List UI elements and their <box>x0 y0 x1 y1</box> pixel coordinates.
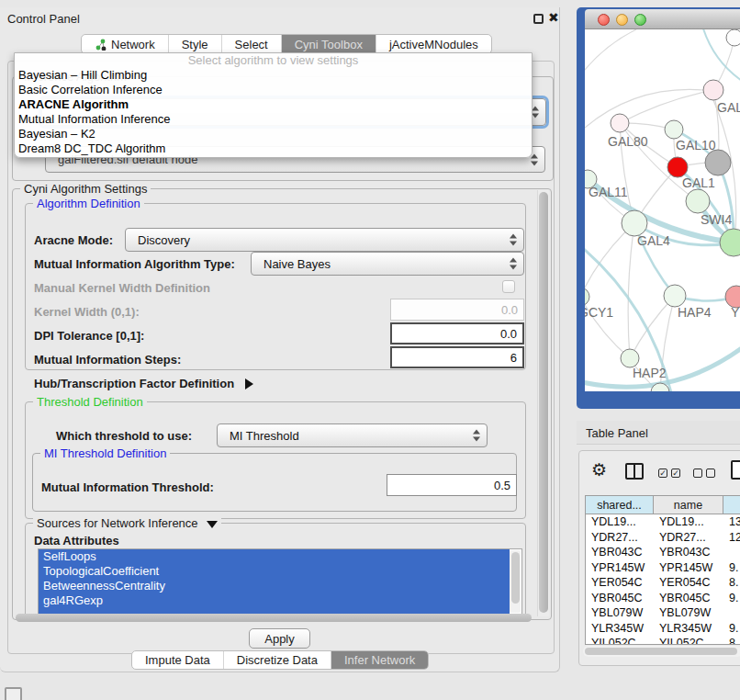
close-panel-icon[interactable]: ✖ <box>548 10 559 25</box>
attributes-scrollbar[interactable] <box>510 550 521 613</box>
table-row[interactable]: YBL079WYBL079W <box>586 605 740 621</box>
column-header-3[interactable]: A <box>723 496 740 514</box>
table-panel-titlebar: Table Panel <box>577 421 740 445</box>
gear-icon[interactable]: ⚙ <box>591 459 607 481</box>
threshold-definition-title: Threshold Definition <box>33 395 147 409</box>
network-edge[interactable] <box>620 90 713 123</box>
apply-button[interactable]: Apply <box>249 628 310 649</box>
attribute-item[interactable]: gal4RGexp <box>39 593 510 608</box>
table-row[interactable]: YDR27...YDR27...12 <box>586 530 740 546</box>
table-row[interactable]: YLR345WYLR345W9. <box>586 621 740 637</box>
network-node-swi4[interactable] <box>686 189 710 213</box>
settings-hscrollbar-thumb[interactable] <box>16 614 532 622</box>
dpi-tolerance-field[interactable]: 0.0 <box>390 322 524 344</box>
document-icon[interactable] <box>731 460 740 480</box>
zoom-window-icon[interactable] <box>634 14 646 26</box>
kernel-width-field[interactable]: 0.0 <box>390 299 524 321</box>
table-row[interactable]: YPR145WYPR145W9. <box>586 560 740 576</box>
mi-steps-field[interactable]: 6 <box>390 346 524 368</box>
algorithm-option[interactable]: Bayesian – Hill Climbing <box>15 68 532 83</box>
network-canvas[interactable]: GALGAL80GAL10GAL1GAL11SWI4GAL4HAP4YGCY1H… <box>585 29 740 391</box>
mi-algorithm-type-combobox[interactable]: Naive Bayes <box>251 252 524 276</box>
attribute-item[interactable]: SelfLoops <box>39 549 510 564</box>
network-node-galcut[interactable] <box>703 80 723 100</box>
algorithm-option[interactable]: ARACNE Algorithm <box>15 97 532 112</box>
table-cell: 8. <box>723 575 740 591</box>
tab-style[interactable]: Style <box>169 35 222 53</box>
which-threshold-label: Which threshold to use: <box>56 429 192 443</box>
network-node-gal1[interactable] <box>667 157 688 177</box>
network-node-gal10[interactable] <box>665 120 683 139</box>
collapsed-arrow-icon[interactable] <box>245 378 253 390</box>
split-view-icon[interactable] <box>625 463 644 480</box>
table-cell: YBL079W <box>654 605 723 621</box>
table-cell: YIL052C <box>654 636 723 645</box>
minimize-window-icon[interactable] <box>616 14 628 26</box>
settings-scrollbar[interactable] <box>537 190 549 616</box>
tab-jactivemnodules[interactable]: jActiveMNodules <box>376 35 491 53</box>
network-edge[interactable] <box>585 29 636 85</box>
tab-select[interactable]: Select <box>222 35 282 53</box>
network-node-gcy1[interactable] <box>585 288 589 306</box>
network-node-hap4[interactable] <box>664 285 686 307</box>
table-hscrollbar[interactable] <box>583 646 740 657</box>
checked-columns-icon[interactable]: ✓✓ <box>658 469 680 478</box>
hub-definition-toggle[interactable]: Hub/Transcription Factor Definition <box>34 377 253 390</box>
attribute-item[interactable]: TopologicalCoefficient <box>39 564 510 579</box>
network-node-gray[interactable] <box>705 150 731 175</box>
algorithm-option[interactable]: Bayesian – K2 <box>15 127 532 141</box>
control-panel-title: Control Panel <box>7 12 80 26</box>
table-hscrollbar-thumb[interactable] <box>585 648 737 655</box>
column-header-1[interactable]: shared... <box>586 496 654 514</box>
column-header-2[interactable]: name <box>654 496 723 514</box>
mi-threshold-field[interactable]: 0.5 <box>387 474 517 496</box>
attributes-scrollbar-thumb[interactable] <box>511 552 520 604</box>
combobox-stepper-icon <box>510 258 517 270</box>
table-row[interactable]: YBR043CYBR043C <box>586 545 740 560</box>
tab-network[interactable]: Network <box>82 35 169 53</box>
table-row[interactable]: YDL19...YDL19...13 <box>586 514 740 530</box>
table-cell: YDL19... <box>654 514 723 530</box>
bottom-tab-impute-data[interactable]: Impute Data <box>132 651 224 669</box>
tab-cyni-toolbox[interactable]: Cyni Toolbox <box>282 35 376 53</box>
expanded-arrow-icon[interactable] <box>207 521 218 528</box>
algorithm-option[interactable]: Dream8 DC_TDC Algorithm <box>15 141 532 156</box>
combobox-stepper-icon <box>473 430 480 442</box>
combobox-stepper-icon <box>531 153 538 165</box>
network-node-gal80[interactable] <box>611 114 629 132</box>
algorithm-option[interactable]: Mutual Information Inference <box>15 112 532 127</box>
close-window-icon[interactable] <box>598 14 610 26</box>
settings-scrollbar-thumb[interactable] <box>539 192 548 613</box>
table-cell: YBR043C <box>586 545 654 560</box>
table-cell: YLR345W <box>586 621 654 637</box>
which-threshold-combobox[interactable]: MI Threshold <box>217 423 488 447</box>
sources-group-label: Sources for Network Inference <box>37 516 198 530</box>
algorithm-option[interactable]: Basic Correlation Inference <box>15 83 532 97</box>
unchecked-columns-icon[interactable] <box>693 469 715 478</box>
node-label-gal10: GAL10 <box>676 138 716 152</box>
table-row[interactable]: YER054CYER054C8. <box>586 575 740 591</box>
data-attributes-list[interactable]: SelfLoopsTopologicalCoefficientBetweenne… <box>38 548 522 615</box>
table-cell: 13 <box>723 514 740 530</box>
network-node-ntop[interactable] <box>726 29 740 46</box>
float-panel-icon[interactable] <box>533 14 544 24</box>
bottom-tab-discretize-data[interactable]: Discretize Data <box>224 651 331 669</box>
table-cell: YER054C <box>654 575 723 591</box>
network-window-titlebar[interactable] <box>585 9 740 29</box>
bottom-tab-infer-network[interactable]: Infer Network <box>331 651 428 669</box>
manual-kernel-checkbox[interactable] <box>502 280 515 293</box>
sources-group-title[interactable]: Sources for Network Inference <box>33 516 221 530</box>
attribute-item[interactable]: BetweennessCentrality <box>39 579 510 593</box>
table-row[interactable]: YIL052CYIL052C8. <box>586 636 740 645</box>
network-node-gal4[interactable] <box>622 210 647 236</box>
tab-label: Cyni Toolbox <box>295 38 363 51</box>
network-edge[interactable] <box>628 223 634 358</box>
table-row[interactable]: YBR045CYBR045C9. <box>586 591 740 606</box>
aracne-mode-combobox[interactable]: Discovery <box>125 228 524 252</box>
table-cell: 9. <box>723 560 740 576</box>
node-label-gal1: GAL1 <box>682 175 715 190</box>
combobox-stepper-icon <box>510 234 517 246</box>
table-cell: YIL052C <box>586 636 654 645</box>
network-node-hap2[interactable] <box>621 349 639 367</box>
aracne-mode-label: Aracne Mode: <box>34 233 113 247</box>
